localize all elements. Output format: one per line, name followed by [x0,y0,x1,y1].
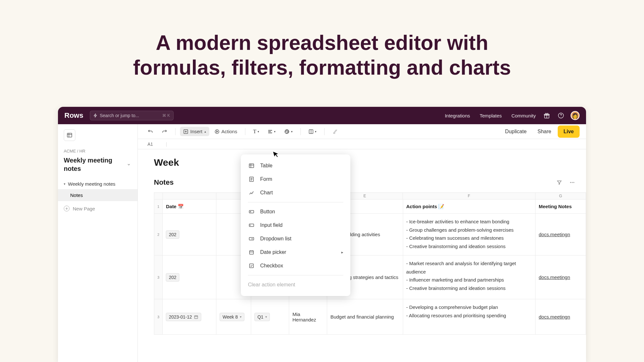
spreadsheet[interactable]: D E F G 1 Date 📅 d 💪 Agenda Action point… [154,192,586,335]
caret-down-icon: ▾ [265,315,267,319]
row-num[interactable]: 3 [154,299,163,335]
cell-notes-link[interactable]: docs.meetingn [535,214,586,255]
cell-actions[interactable]: - Developing a comprehensive budget plan… [403,299,535,335]
header-date[interactable]: Date 📅 [163,200,216,214]
cell-date[interactable]: 202 [163,214,216,255]
menu-item-input-field[interactable]: Input field [241,218,350,232]
menu-item-table[interactable]: Table [241,159,350,172]
notes-link[interactable]: docs.meetingn [539,232,570,237]
table-row: 2 202 an Smith Team building activities [154,214,586,255]
action-item: - Influencer marketing and brand partner… [406,276,532,284]
menu-item-button[interactable]: Button [241,205,350,218]
caret-down-icon: ▾ [274,130,276,133]
cell-week[interactable]: Week 8 ▾ [216,299,251,335]
action-item: - Developing a comprehensive budget plan [406,303,506,311]
sidebar-tree-root[interactable]: ▾ Weekly meeting notes [58,179,137,189]
topbar: Rows Search or jump to... ⌘ K Integratio… [58,107,586,124]
menu-item-dropdown-list[interactable]: Dropdown list [241,232,350,246]
filter-icon[interactable] [555,178,564,187]
header-action-points[interactable]: Action points 📝 [403,200,535,214]
cell-reference-bar[interactable]: A1 | [138,139,586,149]
more-icon[interactable] [568,178,576,187]
redo-button[interactable] [158,127,171,136]
document-body: Week Notes [138,149,586,362]
gift-icon[interactable] [544,112,550,119]
actions-button[interactable]: Actions [211,127,241,136]
svg-point-7 [286,131,286,132]
svg-point-9 [288,131,288,132]
page-title[interactable]: Week [154,157,586,168]
row-num[interactable]: 2 [154,214,163,255]
date-picker-chip[interactable]: 202 [166,273,179,282]
action-item: - Creative brainstorming and ideation se… [406,284,532,292]
svg-rect-17 [249,210,254,213]
calendar-icon [248,249,255,255]
caret-up-icon: ▴ [204,130,206,133]
insert-button[interactable]: Insert ▴ [180,127,209,136]
col-g[interactable]: G [535,192,586,200]
menu-item-form[interactable]: Form [241,172,350,186]
menu-label: Input field [260,222,282,228]
live-button[interactable]: Live [558,125,580,138]
brand-logo[interactable]: Rows [64,111,83,120]
week-dropdown[interactable]: Week 8 ▾ [220,313,244,321]
plus-circle-icon: + [64,206,70,211]
breadcrumb[interactable]: ACME / HR [64,149,132,153]
color-button[interactable]: ▾ [281,127,296,136]
notes-link[interactable]: docs.meetingn [539,314,570,320]
insert-label: Insert [190,129,203,134]
text-format-button[interactable]: T▾ [250,126,262,137]
section-title[interactable]: Notes [154,178,555,187]
row-num[interactable]: 3 [154,255,163,299]
menu-item-chart[interactable]: Chart [241,186,350,200]
cell-date[interactable]: 2023-01-12 [163,299,216,335]
cell-lead[interactable]: Mia Hernandez [289,299,327,335]
doc-title-menu[interactable] [126,162,132,167]
row-num[interactable]: 1 [154,200,163,214]
menu-item-date-picker[interactable]: Date picker ▸ [241,246,350,259]
calendar-icon [194,315,198,319]
search-input[interactable]: Search or jump to... ⌘ K [90,111,174,120]
table-row: 3 202 ia Davis Marketing strategies and … [154,255,586,299]
notes-link[interactable]: docs.meetingn [539,274,570,280]
cell-date[interactable]: 202 [163,255,216,299]
chevron-right-icon: ▸ [341,250,343,255]
duplicate-button[interactable]: Duplicate [501,126,531,137]
date-picker-chip[interactable]: 202 [166,230,179,239]
column-headers: D E F G [154,192,586,200]
cell-actions[interactable]: - Ice-breaker activities to enhance team… [403,214,535,255]
cell-notes-link[interactable]: docs.meetingn [535,255,586,299]
nav-integrations[interactable]: Integrations [445,113,470,118]
cell-actions[interactable]: - Market research and analysis for ident… [403,255,535,299]
nav-community[interactable]: Community [511,113,536,118]
avatar[interactable]: 👩 [571,111,580,120]
layout-button[interactable]: ▾ [305,127,320,136]
cell-notes-link[interactable]: docs.meetingn [535,299,586,335]
date-picker-chip[interactable]: 2023-01-12 [166,313,201,321]
content-area: Insert ▴ Actions T▾ ▾ ▾ [138,124,586,362]
menu-item-checkbox[interactable]: Checkbox [241,259,350,273]
cell-agenda[interactable]: Budget and financial planning [327,299,403,335]
cell-quarter[interactable]: Q1 ▾ [251,299,289,335]
col-f[interactable]: F [403,192,535,200]
header-meeting-notes[interactable]: Meeting Notes [535,200,586,214]
breadcrumb-workspace[interactable]: ACME [64,149,76,153]
table-view-icon[interactable] [64,129,75,141]
help-icon[interactable] [558,112,564,119]
chart-icon [248,190,255,196]
doc-title[interactable]: Weekly meeting notes [64,156,126,173]
sidebar-tree-child[interactable]: Notes [58,189,137,201]
undo-button[interactable] [144,127,156,136]
quarter-dropdown[interactable]: Q1 ▾ [254,313,270,321]
align-button[interactable]: ▾ [264,127,279,136]
menu-item-clear[interactable]: Clear action element [241,278,350,292]
new-page-label: New Page [73,206,95,211]
input-icon [248,222,255,228]
caret-down-icon: ▾ [258,130,259,133]
breadcrumb-folder[interactable]: HR [79,149,85,153]
share-button[interactable]: Share [533,126,556,137]
clear-format-button[interactable] [329,127,341,136]
dropdown-icon [248,236,255,242]
nav-templates[interactable]: Templates [480,113,502,118]
new-page-button[interactable]: + New Page [58,201,137,216]
